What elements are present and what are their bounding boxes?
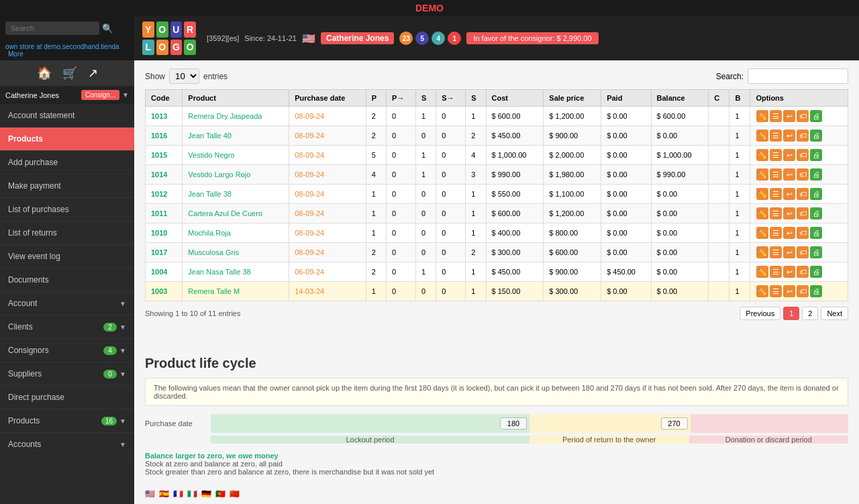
flag-2[interactable]: 🇪🇸 [159,489,169,499]
flag-1[interactable]: 🇺🇸 [145,489,155,499]
flag-6[interactable]: 🇵🇹 [215,489,225,499]
tag-button[interactable]: 🏷 [797,227,809,239]
sidebar-item-add-purchase[interactable]: Add purchase [0,151,134,174]
home-icon[interactable]: 🏠 [37,66,52,81]
list-button[interactable]: ☰ [770,285,782,297]
sidebar-item-account-statement[interactable]: Account statement [0,104,134,128]
edit-button[interactable]: ✏️ [756,246,768,258]
sidebar-item-make-payment[interactable]: Make payment [0,174,134,198]
list-button[interactable]: ☰ [770,188,782,200]
page-1-button[interactable]: 1 [783,307,799,320]
tag-button[interactable]: 🏷 [797,130,809,142]
sidebar-item-consignors[interactable]: Consignors4▼ [0,339,134,362]
return-button[interactable]: ↩ [783,110,795,122]
tag-button[interactable]: 🏷 [797,110,809,122]
search-icon-button[interactable]: 🔍 [102,23,113,34]
edit-button[interactable]: ✏️ [756,266,768,278]
return-button[interactable]: ↩ [783,285,795,297]
return-button[interactable]: ↩ [783,168,795,181]
tag-button[interactable]: 🏷 [797,246,809,258]
sidebar-item-products[interactable]: Products [0,128,134,151]
tag-button[interactable]: 🏷 [797,188,809,200]
edit-button[interactable]: ✏️ [756,188,768,200]
edit-button[interactable]: ✏️ [756,149,768,161]
table-column-header[interactable]: Sale price [544,90,601,107]
return-button[interactable]: ↩ [783,266,795,278]
table-column-header[interactable]: Paid [601,90,651,107]
return-button[interactable]: ↩ [783,149,795,161]
tag-button[interactable]: 🏷 [797,207,809,219]
tag-button[interactable]: 🏷 [797,266,809,278]
list-button[interactable]: ☰ [770,266,782,278]
list-button[interactable]: ☰ [770,110,782,122]
cart-icon[interactable]: 🛒 [62,66,77,81]
page-2-button[interactable]: 2 [802,307,818,320]
table-column-header[interactable]: Options [750,90,848,107]
sidebar-item-products[interactable]: Products16▼ [0,409,134,433]
list-button[interactable]: ☰ [770,130,782,142]
list-button[interactable]: ☰ [770,168,782,181]
return-button[interactable]: ↩ [783,130,795,142]
table-column-header[interactable]: Purchase date [289,90,366,107]
edit-button[interactable]: ✏️ [756,168,768,181]
more-link[interactable]: More [8,50,23,58]
edit-button[interactable]: ✏️ [756,227,768,239]
user-row[interactable]: Catherine Jones Consign... ▼ [0,86,134,104]
next-button[interactable]: Next [821,307,848,320]
table-column-header[interactable]: P→ [387,90,416,107]
print-button[interactable]: 🖨 [810,246,822,258]
list-button[interactable]: ☰ [770,227,782,239]
sidebar-item-list-of-returns[interactable]: List of returns [0,221,134,245]
print-button[interactable]: 🖨 [810,168,822,181]
table-column-header[interactable]: B [729,90,750,107]
flag-7[interactable]: 🇨🇳 [230,489,240,499]
flag-5[interactable]: 🇩🇪 [201,489,211,499]
export-icon[interactable]: ↗ [88,66,98,81]
print-button[interactable]: 🖨 [810,227,822,239]
print-button[interactable]: 🖨 [810,188,822,200]
return-input[interactable] [661,417,688,430]
edit-button[interactable]: ✏️ [756,110,768,122]
table-column-header[interactable]: Product [183,90,289,107]
table-column-header[interactable]: C [709,90,729,107]
tag-button[interactable]: 🏷 [797,168,809,181]
user-name-badge[interactable]: Catherine Jones [321,32,394,44]
tag-button[interactable]: 🏷 [797,285,809,297]
return-button[interactable]: ↩ [783,246,795,258]
print-button[interactable]: 🖨 [810,285,822,297]
edit-button[interactable]: ✏️ [756,130,768,142]
sidebar-item-clients[interactable]: Clients2▼ [0,315,134,339]
print-button[interactable]: 🖨 [810,110,822,122]
lockout-input[interactable] [500,417,527,430]
sidebar-item-suppliers[interactable]: Suppliers0▼ [0,362,134,386]
list-button[interactable]: ☰ [770,149,782,161]
table-column-header[interactable]: Cost [486,90,544,107]
sidebar-item-list-of-purchases[interactable]: List of purchases [0,198,134,221]
table-column-header[interactable]: Code [146,90,183,107]
print-button[interactable]: 🖨 [810,207,822,219]
print-button[interactable]: 🖨 [810,149,822,161]
flag-3[interactable]: 🇫🇷 [173,489,183,499]
sidebar-item-view-event-log[interactable]: View event log [0,245,134,268]
table-column-header[interactable]: S→ [436,90,466,107]
table-column-header[interactable]: S [466,90,486,107]
table-column-header[interactable]: Balance [651,90,709,107]
table-search-input[interactable] [748,68,848,84]
previous-button[interactable]: Previous [740,307,780,320]
flag-4[interactable]: 🇮🇹 [187,489,197,499]
print-button[interactable]: 🖨 [810,266,822,278]
list-button[interactable]: ☰ [770,246,782,258]
list-button[interactable]: ☰ [770,207,782,219]
return-button[interactable]: ↩ [783,207,795,219]
search-input[interactable] [5,21,99,35]
return-button[interactable]: ↩ [783,227,795,239]
sidebar-item-account[interactable]: Account▼ [0,292,134,315]
edit-button[interactable]: ✏️ [756,207,768,219]
return-button[interactable]: ↩ [783,188,795,200]
sidebar-item-accounts[interactable]: Accounts▼ [0,433,134,456]
print-button[interactable]: 🖨 [810,130,822,142]
sidebar-item-direct-purchase[interactable]: Direct purchase [0,386,134,409]
edit-button[interactable]: ✏️ [756,285,768,297]
table-column-header[interactable]: P [366,90,386,107]
store-link[interactable]: own store at demo.secondhand.tienda [5,43,119,50]
